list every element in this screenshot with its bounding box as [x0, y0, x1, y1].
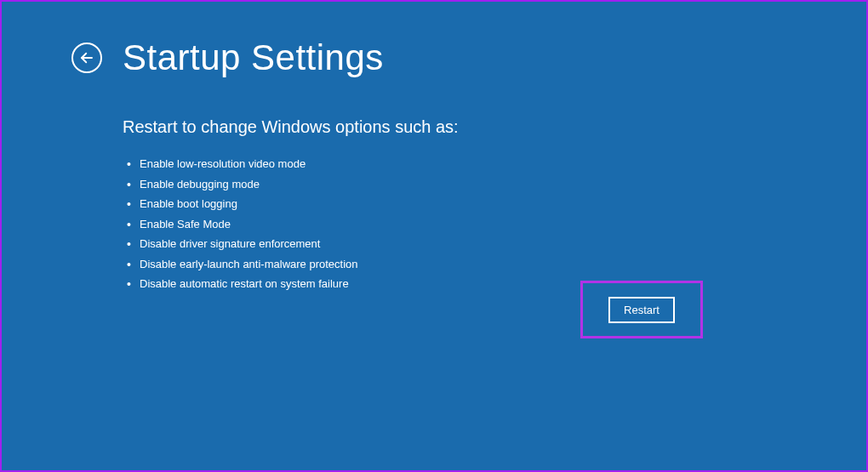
content-area: Restart to change Windows options such a… [2, 78, 866, 293]
list-item: Disable driver signature enforcement [140, 236, 866, 253]
list-item: Disable automatic restart on system fail… [140, 276, 866, 293]
list-item: Enable debugging mode [140, 176, 866, 193]
restart-highlight-box: Restart [580, 281, 703, 338]
list-item: Disable early-launch anti-malware protec… [140, 256, 866, 273]
back-button[interactable] [71, 43, 102, 73]
header: Startup Settings [2, 2, 866, 78]
page-title: Startup Settings [123, 37, 384, 78]
list-item: Enable low-resolution video mode [140, 156, 866, 173]
list-item: Enable boot logging [140, 196, 866, 213]
back-arrow-icon [79, 50, 94, 65]
list-item: Enable Safe Mode [140, 216, 866, 233]
subtitle-text: Restart to change Windows options such a… [123, 117, 866, 137]
restart-button[interactable]: Restart [608, 297, 675, 323]
options-list: Enable low-resolution video mode Enable … [123, 137, 866, 293]
